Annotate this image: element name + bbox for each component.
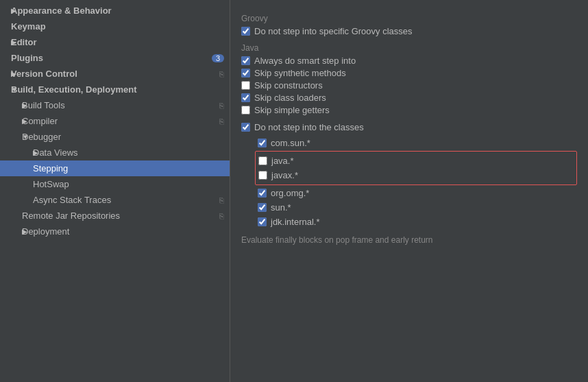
checkbox-class-com-sun[interactable] [258, 139, 267, 147]
sidebar-item-build-tools[interactable]: ▶Build Tools⎘ [0, 97, 230, 113]
checkbox-label-smart-step: Always do smart step into [254, 56, 356, 66]
sidebar-label-editor: Editor [11, 37, 224, 47]
sidebar-label-keymap: Keymap [11, 21, 224, 32]
sidebar-item-data-views[interactable]: ▶Data Views [0, 145, 230, 160]
class-label-com-sun: com.sun.* [271, 138, 310, 148]
classes-list: com.sun.*java.*javax.*org.omg.*sun.*jdk.… [255, 136, 577, 228]
badge-plugins: 3 [212, 54, 224, 62]
sidebar-item-editor[interactable]: ▶Editor [0, 34, 230, 50]
checkbox-class-jdk-internal[interactable] [258, 217, 267, 226]
checkbox-do-not-step[interactable] [241, 123, 250, 132]
chevron-icon-deployment: ▶ [0, 228, 22, 235]
sidebar-label-version-control: Version Control [11, 69, 215, 79]
copy-icon-remote-jar: ⎘ [219, 212, 224, 220]
checkbox-label-skip-simple-getters: Skip simple getters [254, 105, 330, 115]
chevron-icon-appearance: ▶ [0, 7, 11, 14]
checkbox-class-org-omg[interactable] [258, 189, 267, 198]
checkbox-no-step-groovy[interactable] [241, 27, 250, 36]
checkbox-class-sun[interactable] [258, 203, 267, 212]
chevron-icon-version-control: ▶ [0, 70, 11, 77]
sidebar-item-deployment[interactable]: ▶Deployment [0, 224, 230, 239]
sidebar-item-plugins[interactable]: Plugins3 [0, 50, 230, 66]
class-row-java: java.* [256, 154, 576, 167]
checkbox-smart-step[interactable] [241, 56, 250, 65]
section-java-label: Java [241, 43, 577, 53]
sidebar-item-stepping[interactable]: Stepping [0, 160, 230, 176]
class-label-javax: javax.* [271, 170, 298, 180]
chevron-icon-build-execution: ▼ [0, 86, 11, 93]
class-label-java: java.* [271, 156, 294, 166]
sidebar-label-deployment: Deployment [22, 226, 224, 237]
checkbox-row-skip-constructors: Skip constructors [241, 80, 577, 91]
copy-icon-async-stack-traces: ⎘ [219, 196, 224, 204]
sidebar-item-version-control[interactable]: ▶Version Control⎘ [0, 66, 230, 82]
checkbox-class-java[interactable] [258, 156, 267, 165]
sidebar-label-debugger: Debugger [22, 132, 224, 142]
sidebar-label-remote-jar: Remote Jar Repositories [22, 211, 215, 221]
class-label-org-omg: org.omg.* [271, 188, 309, 198]
sidebar-item-keymap[interactable]: Keymap [0, 19, 230, 34]
sidebar-item-build-execution[interactable]: ▼Build, Execution, Deployment [0, 82, 230, 97]
sidebar-item-compiler[interactable]: ▶Compiler⎘ [0, 113, 230, 129]
checkbox-row-smart-step: Always do smart step into [241, 56, 577, 66]
checkbox-label-do-not-step: Do not step into the classes [254, 122, 364, 132]
chevron-icon-debugger: ▼ [0, 133, 22, 141]
sidebar-label-plugins: Plugins [11, 53, 208, 63]
main-content: GroovyDo not step into specific Groovy c… [230, 0, 588, 382]
checkbox-label-no-step-groovy: Do not step into specific Groovy classes [254, 26, 413, 36]
sidebar-label-build-tools: Build Tools [22, 100, 215, 110]
sidebar-label-data-views: Data Views [33, 147, 224, 158]
sidebar-item-hotswap[interactable]: HotSwap [0, 176, 230, 192]
checkbox-row-skip-synthetic: Skip synthetic methods [241, 68, 577, 78]
checkbox-row-skip-simple-getters: Skip simple getters [241, 105, 577, 115]
checkbox-skip-simple-getters[interactable] [241, 106, 250, 115]
sidebar-label-stepping: Stepping [33, 163, 224, 174]
class-row-org-omg: org.omg.* [255, 187, 577, 200]
sidebar-label-hotswap: HotSwap [33, 179, 224, 189]
copy-icon-version-control: ⎘ [219, 70, 224, 78]
sidebar-item-appearance[interactable]: ▶Appearance & Behavior [0, 3, 230, 19]
outlined-classes-group: java.*javax.* [255, 151, 577, 185]
checkbox-label-skip-synthetic: Skip synthetic methods [254, 68, 346, 78]
evaluate-row: Evaluate finally blocks on pop frame and… [241, 235, 577, 245]
sidebar-item-remote-jar[interactable]: Remote Jar Repositories⎘ [0, 208, 230, 224]
copy-icon-build-tools: ⎘ [219, 102, 224, 110]
sidebar: ▶Appearance & BehaviorKeymap▶EditorPlugi… [0, 0, 230, 382]
class-label-jdk-internal: jdk.internal.* [271, 217, 320, 227]
sidebar-item-debugger[interactable]: ▼Debugger [0, 129, 230, 145]
sidebar-label-build-execution: Build, Execution, Deployment [11, 84, 224, 95]
checkbox-skip-class-loaders[interactable] [241, 93, 250, 102]
checkbox-row-skip-class-loaders: Skip class loaders [241, 93, 577, 103]
evaluate-label: Evaluate finally blocks on pop frame and… [241, 235, 433, 245]
copy-icon-compiler: ⎘ [219, 117, 224, 126]
sidebar-item-async-stack-traces[interactable]: Async Stack Traces⎘ [0, 192, 230, 208]
sidebar-label-compiler: Compiler [22, 116, 215, 126]
sidebar-label-async-stack-traces: Async Stack Traces [33, 195, 215, 205]
class-row-sun: sun.* [255, 201, 577, 214]
class-label-sun: sun.* [271, 202, 291, 213]
class-row-javax: javax.* [256, 169, 576, 182]
checkbox-label-skip-constructors: Skip constructors [254, 80, 323, 91]
chevron-icon-compiler: ▶ [0, 117, 22, 125]
chevron-icon-data-views: ▶ [0, 149, 33, 156]
checkbox-row-no-step-groovy: Do not step into specific Groovy classes [241, 26, 577, 36]
checkbox-skip-constructors[interactable] [241, 81, 250, 90]
chevron-icon-editor: ▶ [0, 38, 11, 46]
class-row-jdk-internal: jdk.internal.* [255, 215, 577, 228]
checkbox-skip-synthetic[interactable] [241, 69, 250, 77]
checkbox-class-javax[interactable] [258, 171, 267, 180]
class-row-com-sun: com.sun.* [255, 136, 577, 150]
chevron-icon-build-tools: ▶ [0, 102, 22, 109]
checkbox-label-skip-class-loaders: Skip class loaders [254, 93, 326, 103]
checkbox-row-do-not-step: Do not step into the classes [241, 122, 577, 132]
sidebar-label-appearance: Appearance & Behavior [11, 5, 224, 16]
section-groovy-label: Groovy [241, 14, 577, 23]
